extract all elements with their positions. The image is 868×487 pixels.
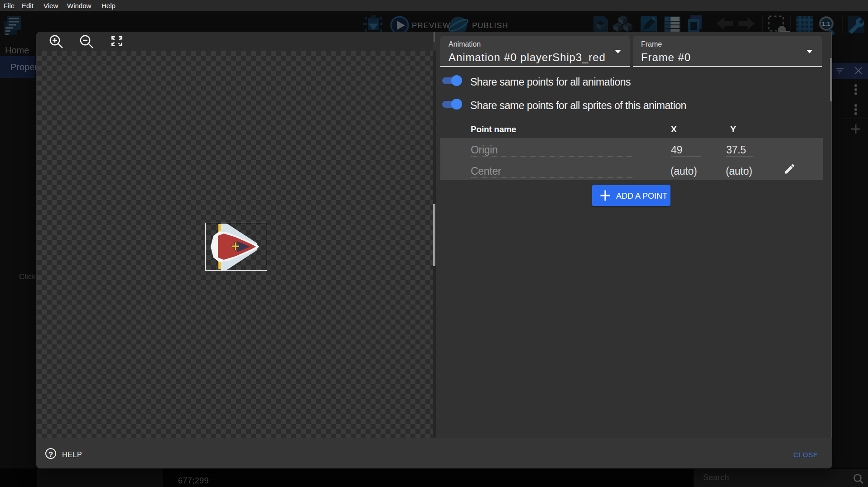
- svg-text:1:1: 1:1: [822, 20, 830, 27]
- svg-text:PUBLISH: PUBLISH: [472, 21, 508, 30]
- svg-text:PREVIEW: PREVIEW: [412, 21, 450, 30]
